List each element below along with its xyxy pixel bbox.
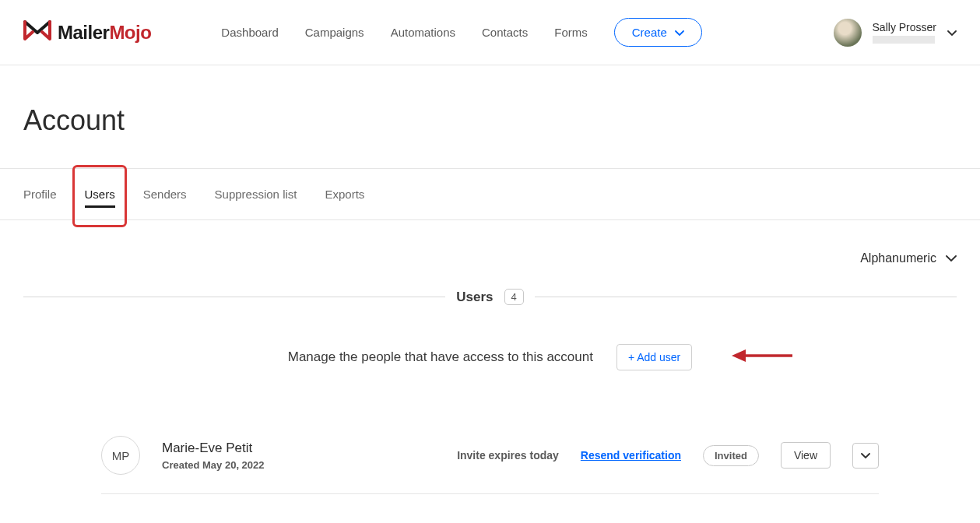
avatar (834, 19, 862, 47)
svg-marker-1 (732, 349, 746, 362)
nav-campaigns[interactable]: Campaigns (305, 26, 364, 39)
user-created-date: Created May 20, 2022 (162, 459, 265, 471)
chevron-down-icon (861, 450, 870, 462)
divider-line (535, 297, 957, 297)
logo-text-part2: Mojo (109, 22, 151, 44)
sort-label: Alphanumeric (860, 251, 936, 265)
tab-suppression-list[interactable]: Suppression list (215, 169, 297, 219)
tabs-wrap: Profile Users Senders Suppression list E… (0, 168, 980, 220)
sort-control[interactable]: Alphanumeric (23, 244, 957, 289)
status-badge: Invited (703, 445, 759, 466)
tabs: Profile Users Senders Suppression list E… (0, 169, 980, 219)
invite-expires-text: Invite expires today (457, 449, 559, 462)
tab-profile[interactable]: Profile (23, 169, 57, 219)
user-avatar-initials: MP (101, 436, 140, 475)
top-header: MailerMojo Dashboard Campaigns Automatio… (0, 0, 980, 65)
section-title: Users (456, 290, 493, 305)
annotation-arrow-icon (732, 347, 792, 367)
add-user-button[interactable]: + Add user (616, 344, 692, 370)
tab-senders[interactable]: Senders (143, 169, 187, 219)
user-name: Sally Prosser (873, 21, 936, 33)
tab-exports[interactable]: Exports (325, 169, 364, 219)
user-list: MP Marie-Eve Petit Created May 20, 2022 … (23, 417, 957, 494)
page-title: Account (23, 104, 957, 137)
chevron-down-icon (675, 26, 684, 39)
user-menu[interactable]: Sally Prosser (834, 19, 957, 47)
content: Alphanumeric Users 4 Manage the people t… (0, 220, 980, 518)
tab-users[interactable]: Users (85, 169, 115, 219)
chevron-down-icon (947, 26, 957, 40)
chevron-down-icon (946, 251, 957, 265)
section-divider: Users 4 (23, 289, 957, 305)
user-row: MP Marie-Eve Petit Created May 20, 2022 … (101, 417, 879, 494)
manage-text: Manage the people that have access to th… (288, 349, 593, 365)
nav-dashboard[interactable]: Dashboard (221, 26, 278, 39)
manage-row: Manage the people that have access to th… (23, 344, 957, 370)
users-count-badge: 4 (504, 289, 524, 305)
create-button[interactable]: Create (614, 18, 702, 47)
nav-contacts[interactable]: Contacts (482, 26, 528, 39)
main-nav: Dashboard Campaigns Automations Contacts… (221, 26, 587, 39)
row-menu-button[interactable] (852, 443, 879, 469)
nav-forms[interactable]: Forms (554, 26, 588, 39)
divider-line (23, 297, 445, 297)
user-full-name: Marie-Eve Petit (162, 441, 265, 456)
user-details: Marie-Eve Petit Created May 20, 2022 (162, 441, 265, 471)
create-button-label: Create (632, 26, 667, 39)
user-sub-placeholder (873, 36, 935, 44)
view-button[interactable]: View (781, 442, 831, 469)
logo-text-part1: Mailer (58, 22, 109, 44)
logo-icon (23, 19, 51, 47)
page-title-wrap: Account (0, 65, 980, 168)
nav-automations[interactable]: Automations (391, 26, 455, 39)
resend-verification-link[interactable]: Resend verification (581, 449, 681, 462)
logo[interactable]: MailerMojo (23, 19, 151, 47)
user-info: Sally Prosser (873, 21, 936, 44)
